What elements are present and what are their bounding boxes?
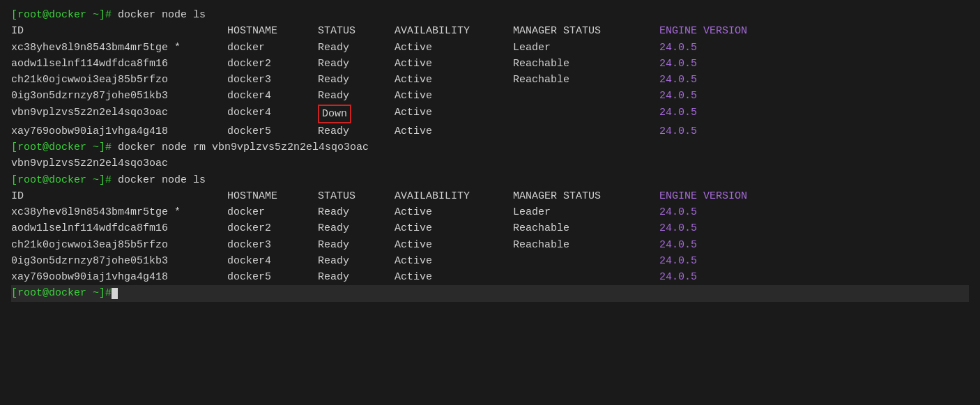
command-line-2: [root@docker ~]# docker node rm vbn9vplz… bbox=[11, 139, 969, 155]
cursor-block bbox=[112, 288, 118, 299]
col-hostname-header: HOSTNAME bbox=[227, 23, 318, 39]
prompt-1: [root@docker ~]# bbox=[11, 9, 118, 21]
col-hostname-header2: HOSTNAME bbox=[227, 188, 318, 204]
table1-header: ID HOSTNAME STATUS AVAILABILITY MANAGER … bbox=[11, 23, 969, 39]
table-row: 0ig3on5dzrnzy87johe051kb3 docker4 Ready … bbox=[11, 88, 969, 104]
col-availability-header: AVAILABILITY bbox=[395, 23, 513, 39]
terminal-window: [root@docker ~]# docker node ls ID HOSTN… bbox=[11, 7, 969, 302]
col-id-header2: ID bbox=[11, 188, 227, 204]
col-status-header2: STATUS bbox=[318, 188, 395, 204]
col-engine-header: ENGINE VERSION bbox=[659, 23, 747, 39]
cmd-1: docker node ls bbox=[118, 9, 206, 21]
removed-node-line: vbn9vplzvs5z2n2el4sqo3oac bbox=[11, 155, 969, 171]
table-row: xc38yhev8l9n8543bm4mr5tge * docker Ready… bbox=[11, 204, 969, 220]
table-row-down: vbn9vplzvs5z2n2el4sqo3oac docker4 Down A… bbox=[11, 105, 969, 123]
command-line-3: [root@docker ~]# docker node ls bbox=[11, 172, 969, 188]
col-id-header: ID bbox=[11, 23, 227, 39]
cmd-3: docker node ls bbox=[118, 174, 206, 186]
prompt-3: [root@docker ~]# bbox=[11, 174, 118, 186]
table-row: xay769oobw90iaj1vhga4g418 docker5 Ready … bbox=[11, 269, 969, 285]
table-row: aodw1lselnf114wdfdca8fm16 docker2 Ready … bbox=[11, 56, 969, 72]
command-line-1: [root@docker ~]# docker node ls bbox=[11, 7, 969, 23]
col-availability-header2: AVAILABILITY bbox=[395, 188, 513, 204]
table2-header: ID HOSTNAME STATUS AVAILABILITY MANAGER … bbox=[11, 188, 969, 204]
table-row: xc38yhev8l9n8543bm4mr5tge * docker Ready… bbox=[11, 40, 969, 56]
table-row: 0ig3on5dzrnzy87johe051kb3 docker4 Ready … bbox=[11, 253, 969, 269]
table-row: ch21k0ojcwwoi3eaj85b5rfzo docker3 Ready … bbox=[11, 72, 969, 88]
col-manager-header2: MANAGER STATUS bbox=[513, 188, 659, 204]
col-manager-header: MANAGER STATUS bbox=[513, 23, 659, 39]
final-prompt-line: [root@docker ~]# bbox=[11, 285, 969, 301]
cmd-2: docker node rm vbn9vplzvs5z2n2el4sqo3oac bbox=[118, 142, 369, 153]
prompt-2: [root@docker ~]# bbox=[11, 142, 118, 153]
col-status-header: STATUS bbox=[318, 23, 395, 39]
table-row: aodw1lselnf114wdfdca8fm16 docker2 Ready … bbox=[11, 220, 969, 236]
status-down-badge: Down bbox=[318, 105, 351, 123]
table-row: ch21k0ojcwwoi3eaj85b5rfzo docker3 Ready … bbox=[11, 237, 969, 253]
table-row: xay769oobw90iaj1vhga4g418 docker5 Ready … bbox=[11, 123, 969, 139]
prompt-4: [root@docker ~]# bbox=[11, 285, 112, 301]
col-engine-header2: ENGINE VERSION bbox=[659, 188, 747, 204]
